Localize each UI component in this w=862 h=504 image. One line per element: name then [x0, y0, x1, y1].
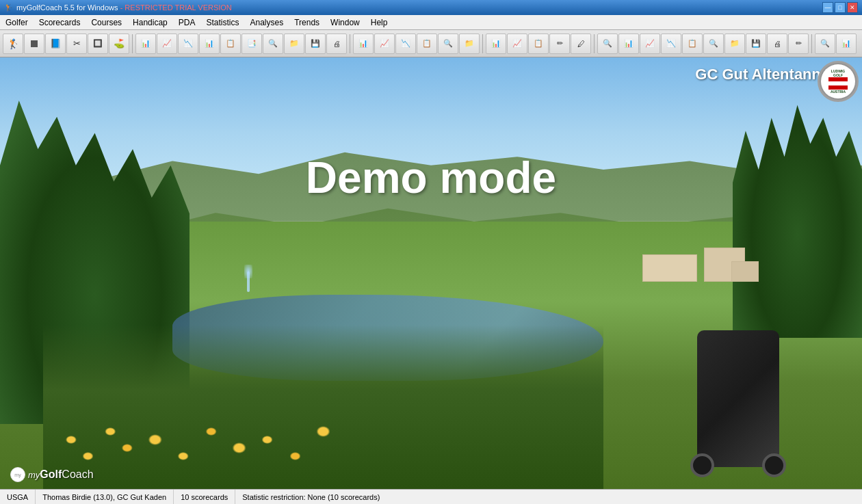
- tb-print1-button[interactable]: 🖨: [326, 34, 347, 54]
- tb-search3-button[interactable]: 🔍: [703, 34, 724, 54]
- app-icon: 🏌: [4, 3, 14, 12]
- status-usga: USGA: [0, 490, 36, 504]
- demo-mode-text: Demo mode: [306, 152, 556, 203]
- tb-chart2-button[interactable]: 📈: [157, 34, 177, 54]
- tb-stat3-button[interactable]: 📋: [528, 34, 549, 54]
- tb-edit1-button[interactable]: ✏: [549, 34, 570, 54]
- logo-inner: LUDWIG GOLF AUSTRIA: [821, 64, 855, 98]
- flowers-foreground: [43, 325, 603, 489]
- tb-folder3-button[interactable]: 📁: [724, 34, 745, 54]
- tb-zoom-button[interactable]: 🔍: [597, 34, 618, 54]
- menu-courses[interactable]: Courses: [86, 15, 127, 29]
- titlebar: 🏌 myGolfCoach 5.5 for Windows - RESTRICT…: [0, 0, 862, 15]
- tb-graph4-button[interactable]: 📋: [417, 34, 437, 54]
- golf-equipment: [656, 276, 793, 467]
- tb-graph2-button[interactable]: 📈: [374, 34, 395, 54]
- menu-handicap[interactable]: Handicap: [127, 15, 173, 29]
- tb-analyse3-button[interactable]: 📉: [661, 34, 681, 54]
- tb-analyse1-button[interactable]: 📊: [618, 34, 639, 54]
- tb-print2-button[interactable]: 🖨: [767, 34, 787, 54]
- tb-stat2-button[interactable]: 📈: [507, 34, 527, 54]
- watermark-golf: Golf: [40, 468, 62, 480]
- status-golfer-info: Thomas Birdie (13.0), GC Gut Kaden: [36, 490, 174, 504]
- separator-5: [811, 34, 812, 53]
- titlebar-controls: — □ ✕: [822, 2, 858, 13]
- titlebar-left: 🏌 myGolfCoach 5.5 for Windows - RESTRICT…: [4, 3, 232, 12]
- watermark-text: myGolfCoach: [28, 468, 94, 481]
- menu-scorecards[interactable]: Scorecards: [34, 15, 86, 29]
- menu-analyses[interactable]: Analyses: [244, 15, 289, 29]
- tb-search4-button[interactable]: 🔍: [815, 34, 835, 54]
- fountain: [241, 265, 255, 292]
- tb-folder1-button[interactable]: 📁: [284, 34, 304, 54]
- buildings-area: [543, 196, 759, 282]
- tb-analyse4-button[interactable]: 📋: [682, 34, 703, 54]
- tb-analyse2-button[interactable]: 📈: [640, 34, 660, 54]
- menu-window[interactable]: Window: [325, 15, 365, 29]
- club-name-label: GC Gut Altentann: [695, 66, 821, 83]
- menu-statistics[interactable]: Statistics: [200, 15, 244, 29]
- menu-trends[interactable]: Trends: [289, 15, 325, 29]
- tb-golfer-button[interactable]: 🏌: [3, 34, 23, 54]
- tb-folder2-button[interactable]: 📁: [459, 34, 480, 54]
- tb-save2-button[interactable]: 💾: [746, 34, 766, 54]
- tb-report1-button[interactable]: 📋: [220, 34, 241, 54]
- tb-box-button[interactable]: 🔲: [88, 34, 108, 54]
- logo-flag: [828, 77, 848, 90]
- tb-report2-button[interactable]: 📑: [241, 34, 262, 54]
- maximize-button[interactable]: □: [835, 2, 846, 13]
- status-restriction: Statistic restriction: None (10 scorecar…: [235, 490, 387, 504]
- menu-help[interactable]: Help: [365, 15, 393, 29]
- minimize-button[interactable]: —: [822, 2, 833, 13]
- tb-chart3-button[interactable]: 📉: [178, 34, 198, 54]
- menubar: Golfer Scorecards Courses Handicap PDA S…: [0, 15, 862, 30]
- separator-2: [350, 34, 350, 53]
- tb-final-button[interactable]: 📊: [836, 34, 857, 54]
- tb-cut-button[interactable]: ✂: [66, 34, 87, 54]
- watermark: my myGolfCoach: [10, 467, 94, 482]
- logo-text-bottom: AUSTRIA: [831, 90, 846, 94]
- tb-save1-button[interactable]: 💾: [305, 34, 326, 54]
- golf-bag-body: [697, 330, 779, 467]
- tb-search1-button[interactable]: 🔍: [263, 34, 283, 54]
- toolbar: 🏌 📘 ✂ 🔲 ⛳ 📊 📈 📉 📊 📋 📑 🔍 📁 💾 🖨 📊 📈 📉 📋 🔍 …: [0, 30, 862, 57]
- tb-search2-button[interactable]: 🔍: [438, 34, 458, 54]
- tb-golf-button[interactable]: ⛳: [109, 34, 129, 54]
- separator-4: [594, 34, 595, 53]
- club-logo: LUDWIG GOLF AUSTRIA: [818, 61, 859, 102]
- tb-stop-button[interactable]: [24, 34, 44, 54]
- status-scorecards-count: 10 scorecards: [174, 490, 235, 504]
- menu-golfer[interactable]: Golfer: [0, 15, 34, 29]
- watermark-my: my: [28, 470, 40, 480]
- separator-1: [132, 34, 133, 53]
- tb-edit3-button[interactable]: ✏: [788, 34, 809, 54]
- menu-pda[interactable]: PDA: [173, 15, 201, 29]
- separator-3: [482, 34, 483, 53]
- tb-edit2-button[interactable]: 🖊: [571, 34, 591, 54]
- tb-graph1-button[interactable]: 📊: [353, 34, 374, 54]
- tb-graph3-button[interactable]: 📉: [395, 34, 416, 54]
- close-button[interactable]: ✕: [847, 2, 858, 13]
- tb-stat1-button[interactable]: 📊: [486, 34, 506, 54]
- background-scene: Demo mode GC Gut Altentann LUDWIG GOLF A…: [0, 57, 862, 489]
- main-area: Demo mode GC Gut Altentann LUDWIG GOLF A…: [0, 57, 862, 489]
- tb-chart4-button[interactable]: 📊: [199, 34, 220, 54]
- watermark-circle: my: [10, 467, 25, 482]
- tb-book-button[interactable]: 📘: [45, 34, 66, 54]
- tb-chart1-button[interactable]: 📊: [135, 34, 156, 54]
- statusbar: USGA Thomas Birdie (13.0), GC Gut Kaden …: [0, 489, 862, 504]
- watermark-coach: Coach: [62, 468, 93, 480]
- titlebar-title: myGolfCoach 5.5 for Windows - RESTRICTED…: [16, 3, 232, 12]
